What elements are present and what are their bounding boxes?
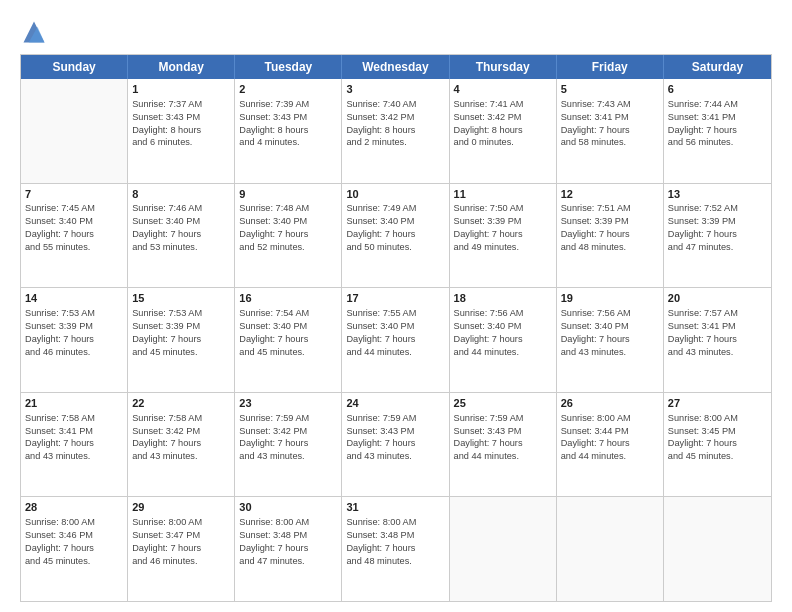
day-info-1: Sunrise: 7:37 AMSunset: 3:43 PMDaylight:… bbox=[132, 98, 230, 150]
day-number-24: 24 bbox=[346, 396, 444, 411]
day-number-3: 3 bbox=[346, 82, 444, 97]
calendar-day-30: 30Sunrise: 8:00 AMSunset: 3:48 PMDayligh… bbox=[235, 497, 342, 601]
day-info-6: Sunrise: 7:44 AMSunset: 3:41 PMDaylight:… bbox=[668, 98, 767, 150]
weekday-header-monday: Monday bbox=[128, 55, 235, 79]
day-info-18: Sunrise: 7:56 AMSunset: 3:40 PMDaylight:… bbox=[454, 307, 552, 359]
calendar-day-26: 26Sunrise: 8:00 AMSunset: 3:44 PMDayligh… bbox=[557, 393, 664, 497]
day-number-29: 29 bbox=[132, 500, 230, 515]
calendar-day-8: 8Sunrise: 7:46 AMSunset: 3:40 PMDaylight… bbox=[128, 184, 235, 288]
calendar-body: 1Sunrise: 7:37 AMSunset: 3:43 PMDaylight… bbox=[21, 79, 771, 601]
header bbox=[20, 18, 772, 46]
day-number-16: 16 bbox=[239, 291, 337, 306]
calendar-empty-cell bbox=[557, 497, 664, 601]
day-number-4: 4 bbox=[454, 82, 552, 97]
calendar-day-15: 15Sunrise: 7:53 AMSunset: 3:39 PMDayligh… bbox=[128, 288, 235, 392]
day-info-16: Sunrise: 7:54 AMSunset: 3:40 PMDaylight:… bbox=[239, 307, 337, 359]
day-info-13: Sunrise: 7:52 AMSunset: 3:39 PMDaylight:… bbox=[668, 202, 767, 254]
day-number-2: 2 bbox=[239, 82, 337, 97]
day-info-26: Sunrise: 8:00 AMSunset: 3:44 PMDaylight:… bbox=[561, 412, 659, 464]
day-number-20: 20 bbox=[668, 291, 767, 306]
day-number-12: 12 bbox=[561, 187, 659, 202]
calendar-day-3: 3Sunrise: 7:40 AMSunset: 3:42 PMDaylight… bbox=[342, 79, 449, 183]
calendar-week-2: 14Sunrise: 7:53 AMSunset: 3:39 PMDayligh… bbox=[21, 287, 771, 392]
day-number-19: 19 bbox=[561, 291, 659, 306]
calendar-day-13: 13Sunrise: 7:52 AMSunset: 3:39 PMDayligh… bbox=[664, 184, 771, 288]
calendar-day-19: 19Sunrise: 7:56 AMSunset: 3:40 PMDayligh… bbox=[557, 288, 664, 392]
calendar-day-29: 29Sunrise: 8:00 AMSunset: 3:47 PMDayligh… bbox=[128, 497, 235, 601]
calendar-day-16: 16Sunrise: 7:54 AMSunset: 3:40 PMDayligh… bbox=[235, 288, 342, 392]
calendar-day-7: 7Sunrise: 7:45 AMSunset: 3:40 PMDaylight… bbox=[21, 184, 128, 288]
day-number-7: 7 bbox=[25, 187, 123, 202]
calendar-empty-cell bbox=[21, 79, 128, 183]
calendar-day-1: 1Sunrise: 7:37 AMSunset: 3:43 PMDaylight… bbox=[128, 79, 235, 183]
day-info-31: Sunrise: 8:00 AMSunset: 3:48 PMDaylight:… bbox=[346, 516, 444, 568]
day-info-14: Sunrise: 7:53 AMSunset: 3:39 PMDaylight:… bbox=[25, 307, 123, 359]
calendar-day-11: 11Sunrise: 7:50 AMSunset: 3:39 PMDayligh… bbox=[450, 184, 557, 288]
day-info-8: Sunrise: 7:46 AMSunset: 3:40 PMDaylight:… bbox=[132, 202, 230, 254]
day-number-23: 23 bbox=[239, 396, 337, 411]
day-number-9: 9 bbox=[239, 187, 337, 202]
calendar-day-2: 2Sunrise: 7:39 AMSunset: 3:43 PMDaylight… bbox=[235, 79, 342, 183]
day-number-26: 26 bbox=[561, 396, 659, 411]
calendar-day-9: 9Sunrise: 7:48 AMSunset: 3:40 PMDaylight… bbox=[235, 184, 342, 288]
day-info-25: Sunrise: 7:59 AMSunset: 3:43 PMDaylight:… bbox=[454, 412, 552, 464]
day-info-30: Sunrise: 8:00 AMSunset: 3:48 PMDaylight:… bbox=[239, 516, 337, 568]
weekday-header-tuesday: Tuesday bbox=[235, 55, 342, 79]
day-info-21: Sunrise: 7:58 AMSunset: 3:41 PMDaylight:… bbox=[25, 412, 123, 464]
day-number-6: 6 bbox=[668, 82, 767, 97]
day-info-29: Sunrise: 8:00 AMSunset: 3:47 PMDaylight:… bbox=[132, 516, 230, 568]
calendar-day-23: 23Sunrise: 7:59 AMSunset: 3:42 PMDayligh… bbox=[235, 393, 342, 497]
day-info-22: Sunrise: 7:58 AMSunset: 3:42 PMDaylight:… bbox=[132, 412, 230, 464]
calendar-week-4: 28Sunrise: 8:00 AMSunset: 3:46 PMDayligh… bbox=[21, 496, 771, 601]
day-info-7: Sunrise: 7:45 AMSunset: 3:40 PMDaylight:… bbox=[25, 202, 123, 254]
day-number-22: 22 bbox=[132, 396, 230, 411]
calendar-day-20: 20Sunrise: 7:57 AMSunset: 3:41 PMDayligh… bbox=[664, 288, 771, 392]
day-info-17: Sunrise: 7:55 AMSunset: 3:40 PMDaylight:… bbox=[346, 307, 444, 359]
logo-icon bbox=[20, 18, 48, 46]
calendar-day-18: 18Sunrise: 7:56 AMSunset: 3:40 PMDayligh… bbox=[450, 288, 557, 392]
day-info-11: Sunrise: 7:50 AMSunset: 3:39 PMDaylight:… bbox=[454, 202, 552, 254]
page: SundayMondayTuesdayWednesdayThursdayFrid… bbox=[0, 0, 792, 612]
day-number-5: 5 bbox=[561, 82, 659, 97]
calendar-header-row: SundayMondayTuesdayWednesdayThursdayFrid… bbox=[21, 55, 771, 79]
day-number-14: 14 bbox=[25, 291, 123, 306]
day-number-13: 13 bbox=[668, 187, 767, 202]
day-info-3: Sunrise: 7:40 AMSunset: 3:42 PMDaylight:… bbox=[346, 98, 444, 150]
calendar: SundayMondayTuesdayWednesdayThursdayFrid… bbox=[20, 54, 772, 602]
day-number-21: 21 bbox=[25, 396, 123, 411]
day-number-11: 11 bbox=[454, 187, 552, 202]
calendar-day-21: 21Sunrise: 7:58 AMSunset: 3:41 PMDayligh… bbox=[21, 393, 128, 497]
day-number-10: 10 bbox=[346, 187, 444, 202]
calendar-empty-cell bbox=[450, 497, 557, 601]
day-number-28: 28 bbox=[25, 500, 123, 515]
day-number-8: 8 bbox=[132, 187, 230, 202]
day-number-1: 1 bbox=[132, 82, 230, 97]
calendar-day-25: 25Sunrise: 7:59 AMSunset: 3:43 PMDayligh… bbox=[450, 393, 557, 497]
day-number-31: 31 bbox=[346, 500, 444, 515]
calendar-empty-cell bbox=[664, 497, 771, 601]
day-info-23: Sunrise: 7:59 AMSunset: 3:42 PMDaylight:… bbox=[239, 412, 337, 464]
day-info-9: Sunrise: 7:48 AMSunset: 3:40 PMDaylight:… bbox=[239, 202, 337, 254]
day-number-25: 25 bbox=[454, 396, 552, 411]
calendar-week-1: 7Sunrise: 7:45 AMSunset: 3:40 PMDaylight… bbox=[21, 183, 771, 288]
weekday-header-saturday: Saturday bbox=[664, 55, 771, 79]
day-number-17: 17 bbox=[346, 291, 444, 306]
day-info-24: Sunrise: 7:59 AMSunset: 3:43 PMDaylight:… bbox=[346, 412, 444, 464]
day-info-10: Sunrise: 7:49 AMSunset: 3:40 PMDaylight:… bbox=[346, 202, 444, 254]
day-info-4: Sunrise: 7:41 AMSunset: 3:42 PMDaylight:… bbox=[454, 98, 552, 150]
calendar-day-5: 5Sunrise: 7:43 AMSunset: 3:41 PMDaylight… bbox=[557, 79, 664, 183]
day-number-27: 27 bbox=[668, 396, 767, 411]
weekday-header-wednesday: Wednesday bbox=[342, 55, 449, 79]
logo bbox=[20, 18, 52, 46]
day-info-12: Sunrise: 7:51 AMSunset: 3:39 PMDaylight:… bbox=[561, 202, 659, 254]
day-info-20: Sunrise: 7:57 AMSunset: 3:41 PMDaylight:… bbox=[668, 307, 767, 359]
calendar-day-28: 28Sunrise: 8:00 AMSunset: 3:46 PMDayligh… bbox=[21, 497, 128, 601]
day-number-15: 15 bbox=[132, 291, 230, 306]
day-info-15: Sunrise: 7:53 AMSunset: 3:39 PMDaylight:… bbox=[132, 307, 230, 359]
calendar-week-0: 1Sunrise: 7:37 AMSunset: 3:43 PMDaylight… bbox=[21, 79, 771, 183]
calendar-day-14: 14Sunrise: 7:53 AMSunset: 3:39 PMDayligh… bbox=[21, 288, 128, 392]
day-info-27: Sunrise: 8:00 AMSunset: 3:45 PMDaylight:… bbox=[668, 412, 767, 464]
day-info-28: Sunrise: 8:00 AMSunset: 3:46 PMDaylight:… bbox=[25, 516, 123, 568]
day-number-30: 30 bbox=[239, 500, 337, 515]
calendar-day-24: 24Sunrise: 7:59 AMSunset: 3:43 PMDayligh… bbox=[342, 393, 449, 497]
